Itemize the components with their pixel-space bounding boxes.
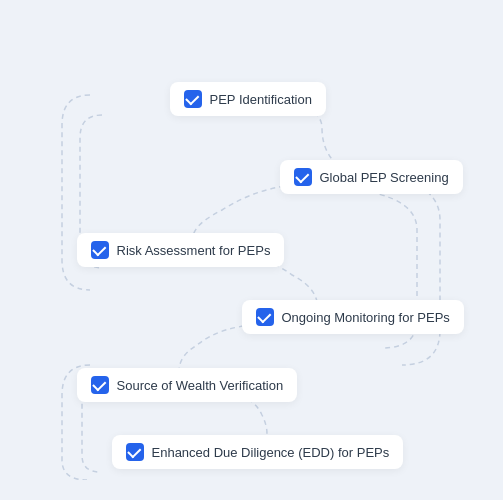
check-icon	[91, 376, 109, 394]
chip-global-pep-screening: Global PEP Screening	[280, 160, 463, 194]
main-container: PEP IdentificationGlobal PEP ScreeningRi…	[22, 20, 482, 480]
chip-risk-assessment: Risk Assessment for PEPs	[77, 233, 285, 267]
chip-enhanced-due-diligence: Enhanced Due Diligence (EDD) for PEPs	[112, 435, 404, 469]
chip-label: Ongoing Monitoring for PEPs	[282, 310, 450, 325]
check-icon	[256, 308, 274, 326]
check-icon	[184, 90, 202, 108]
chip-label: Source of Wealth Verification	[117, 378, 284, 393]
chip-ongoing-monitoring: Ongoing Monitoring for PEPs	[242, 300, 464, 334]
chip-label: PEP Identification	[210, 92, 312, 107]
chip-label: Global PEP Screening	[320, 170, 449, 185]
check-icon	[294, 168, 312, 186]
chip-label: Enhanced Due Diligence (EDD) for PEPs	[152, 445, 390, 460]
chip-pep-identification: PEP Identification	[170, 82, 326, 116]
chip-label: Risk Assessment for PEPs	[117, 243, 271, 258]
check-icon	[91, 241, 109, 259]
check-icon	[126, 443, 144, 461]
chip-source-of-wealth: Source of Wealth Verification	[77, 368, 298, 402]
